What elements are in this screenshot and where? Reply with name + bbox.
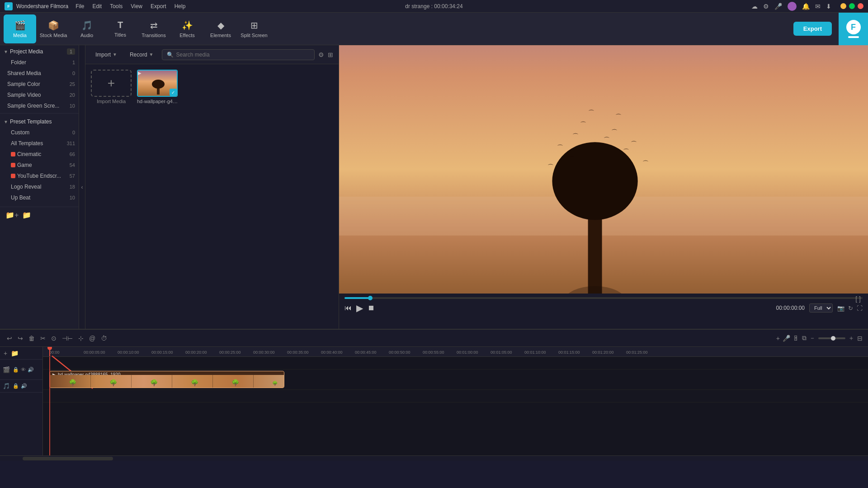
add-folder-icon[interactable]: 📁 (22, 211, 31, 219)
preview-controls: [ ] ⏮ ▶ ⏹ 00:00:00:00 Full 1/2 1/4 📷 ↻ (339, 294, 868, 329)
video-eye-icon[interactable]: 👁 (21, 367, 26, 372)
titlebar-menu[interactable]: File Edit Tools View Export Help (75, 3, 185, 9)
fullscreen-icon[interactable]: ⛶ (857, 305, 863, 312)
shared-media-item[interactable]: Shared Media 0 (0, 68, 79, 79)
cut-button[interactable]: ✂ (39, 333, 47, 343)
play-pause-button[interactable]: ▶ (356, 303, 363, 313)
menu-export[interactable]: Export (151, 3, 166, 9)
media-thumbnail-item[interactable]: ▶ ✓ hd-wallpaper-g4388164... (137, 70, 178, 104)
import-label: Import (95, 52, 111, 58)
youtube-endscreen-item[interactable]: YouTube Endscr... 57 (0, 171, 79, 181)
grid-view-icon[interactable]: ⊞ (328, 51, 333, 58)
video-lock-icon[interactable]: 🔒 (13, 367, 19, 373)
toolbar-stock-media[interactable]: 📦 Stock Media (37, 14, 70, 43)
svg-point-2 (152, 80, 165, 89)
stop-button[interactable]: ⏹ (368, 304, 375, 312)
maximize-button[interactable] (849, 3, 855, 9)
menu-tools[interactable]: Tools (110, 3, 123, 9)
rotate-icon[interactable]: ↻ (848, 305, 853, 312)
menu-view[interactable]: View (131, 3, 142, 9)
close-button[interactable] (858, 3, 863, 9)
audio-volume-icon[interactable]: 🔊 (21, 383, 27, 389)
progress-bar[interactable] (344, 297, 863, 299)
record-button[interactable]: Record ▼ (125, 50, 158, 60)
bracket-right-icon[interactable]: ] (859, 295, 861, 303)
project-media-section[interactable]: ▼ Project Media 1 (0, 45, 79, 57)
quality-select[interactable]: Full 1/2 1/4 (809, 303, 833, 313)
mail-icon[interactable]: ✉ (815, 3, 821, 10)
voiceover-icon[interactable]: 🎤 (783, 335, 790, 342)
magnet-button[interactable]: ⊙ (50, 333, 58, 343)
toolbar-effects[interactable]: ✨ Effects (171, 14, 203, 43)
ruler-time-25: 00:00:25:00 (219, 350, 241, 355)
upbeat-item[interactable]: Up Beat 10 (0, 192, 79, 203)
game-item[interactable]: Game 54 (0, 160, 79, 171)
add-track-folder-button[interactable]: 📁 (11, 350, 19, 357)
toolbar-split-screen[interactable]: ⊞ Split Screen (238, 14, 270, 43)
ruler-time-40: 00:00:40:00 (321, 350, 343, 355)
ruler-time-105: 00:01:05:00 (491, 350, 512, 355)
folder-item[interactable]: Folder 1 (0, 57, 79, 68)
add-track-button[interactable]: + (4, 350, 7, 357)
cloud-icon[interactable]: ☁ (751, 3, 758, 10)
toolbar-audio[interactable]: 🎵 Audio (71, 14, 103, 43)
snapshot-icon[interactable]: 📷 (837, 305, 844, 312)
cinematic-item[interactable]: Cinematic 66 (0, 149, 79, 160)
search-box[interactable]: 🔍 (162, 49, 315, 60)
video-audio-icon[interactable]: 🔊 (28, 367, 34, 373)
fit-timeline-icon[interactable]: ⊟ (857, 335, 863, 342)
menu-help[interactable]: Help (175, 3, 186, 9)
mix-icon[interactable]: 🎚 (793, 335, 799, 342)
delete-button[interactable]: 🗑 (27, 333, 36, 343)
mic-icon[interactable]: 🎤 (774, 3, 782, 10)
add-track-icon[interactable]: + (776, 335, 780, 342)
video-clip[interactable]: ▶ hd-wallpaper-g43888165_1920 (49, 371, 284, 388)
transition-icon[interactable]: ⧉ (802, 334, 807, 342)
bell-icon[interactable]: 🔔 (802, 3, 810, 10)
toolbar-titles[interactable]: T Titles (104, 14, 137, 43)
toolbar-transitions[interactable]: ⇄ Transitions (137, 14, 170, 43)
elements-label: Elements (210, 33, 231, 38)
split-button[interactable]: ⊣⊢ (61, 333, 74, 343)
bracket-left-icon[interactable]: [ (855, 295, 857, 303)
zoom-slider[interactable] (818, 337, 845, 339)
preset-templates-section[interactable]: ▼ Preset Templates (0, 115, 79, 127)
settings-icon[interactable]: ⚙ (763, 3, 769, 10)
sample-green-screen-item[interactable]: Sample Green Scre... 10 (0, 100, 79, 111)
minimize-button[interactable] (840, 3, 846, 9)
timeline-scrollbar[interactable] (0, 455, 868, 461)
speed-button[interactable]: ⏱ (99, 333, 108, 343)
export-button[interactable]: Export (793, 22, 832, 36)
add-media-folder-icon[interactable]: 📁+ (5, 211, 19, 219)
toolbar-elements[interactable]: ◆ Elements (204, 14, 237, 43)
redo-button[interactable]: ↪ (16, 333, 24, 343)
stock-media-icon: 📦 (48, 20, 59, 31)
zoom-in-icon[interactable]: ＋ (848, 334, 854, 342)
crop-button[interactable]: ⊹ (77, 333, 85, 343)
user-avatar[interactable] (788, 2, 797, 11)
custom-item[interactable]: Custom 0 (0, 127, 79, 138)
toolbar-media[interactable]: 🎬 Media (4, 14, 36, 43)
progress-thumb[interactable] (368, 296, 373, 300)
search-input[interactable] (176, 52, 310, 58)
import-button[interactable]: Import ▼ (91, 50, 122, 60)
game-count: 54 (70, 162, 75, 168)
menu-file[interactable]: File (75, 3, 84, 9)
import-media-button[interactable]: + Import Media (91, 70, 132, 104)
all-templates-item[interactable]: All Templates 311 (0, 138, 79, 149)
timeline-ruler[interactable]: 00:00 00:00:05:00 00:00:10:00 00:00:15:0… (43, 347, 868, 357)
download-icon[interactable]: ⬇ (826, 3, 831, 10)
menu-edit[interactable]: Edit (93, 3, 102, 9)
panel-collapse-button[interactable]: ‹ (79, 45, 85, 329)
sample-color-item[interactable]: Sample Color 25 (0, 79, 79, 90)
at-button[interactable]: @ (88, 333, 97, 343)
svg-rect-26 (131, 375, 132, 388)
sample-video-item[interactable]: Sample Video 20 (0, 90, 79, 100)
logo-reveal-item[interactable]: Logo Reveal 18 (0, 181, 79, 192)
filter-icon[interactable]: ⚙ (318, 51, 324, 58)
audio-lock-icon[interactable]: 🔒 (13, 383, 19, 389)
undo-button[interactable]: ↩ (5, 333, 14, 343)
audio-prev-button[interactable]: ⏮ (344, 304, 352, 312)
svg-text:⌒: ⌒ (611, 129, 618, 136)
zoom-out-icon[interactable]: － (809, 334, 816, 342)
